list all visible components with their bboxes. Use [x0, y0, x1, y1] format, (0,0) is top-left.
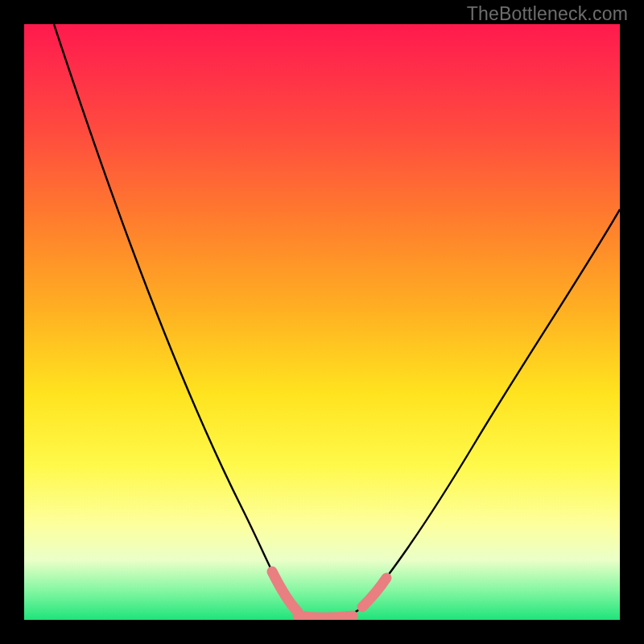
highlight-right [362, 578, 386, 607]
curve-layer [24, 24, 620, 620]
watermark-text: TheBottleneck.com [467, 3, 628, 25]
highlight-trough [298, 616, 353, 617]
chart-frame: TheBottleneck.com [0, 0, 644, 644]
plot-area [24, 24, 620, 620]
bottleneck-curve [54, 24, 620, 617]
highlight-left [272, 572, 298, 612]
